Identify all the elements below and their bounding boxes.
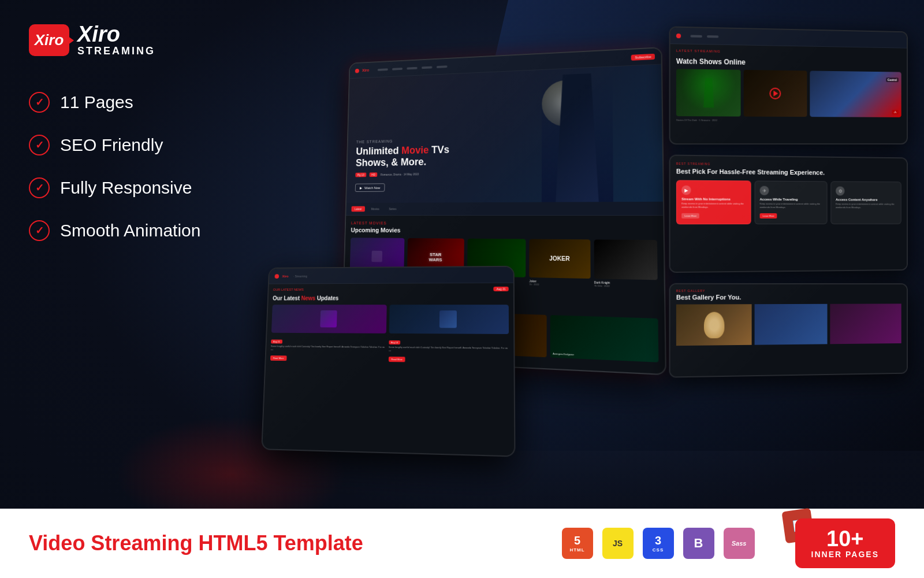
pages-badge: 10+ INNER PAGES bbox=[795, 518, 895, 568]
tech-icons: 5 HTML JS 3 CSS B Sass bbox=[562, 528, 755, 559]
bootstrap-badge: B bbox=[683, 528, 714, 559]
show-racing-bg: Castrol ·A· bbox=[810, 71, 901, 117]
screen-streaming-features: BEST STREAMING Best Pick For Hassle-Free… bbox=[669, 154, 908, 273]
extra-icon-symbol: ⚙ bbox=[838, 188, 842, 194]
watch-now-button[interactable]: ▶ Watch Now bbox=[355, 183, 385, 192]
gallery-img-1 bbox=[676, 304, 751, 346]
bootstrap-symbol: B bbox=[694, 536, 703, 551]
logo-icon: Xiro bbox=[29, 24, 69, 56]
news-title-part2: Updates bbox=[315, 295, 338, 302]
left-panel: Xiro Xiro STREAMING ✓ 11 Pages ✓ SEO Fri… bbox=[0, 0, 243, 439]
tab-active[interactable]: Latest bbox=[351, 206, 364, 212]
news-cards: Aug 21 Some lengthy useful much doh Curi… bbox=[266, 305, 513, 364]
rating-badge: Pg 13 bbox=[355, 173, 366, 177]
nav-item[interactable] bbox=[436, 65, 447, 68]
news-logo: Xiro bbox=[282, 275, 289, 278]
tab-series[interactable]: Series bbox=[386, 206, 400, 212]
show-logo-castrol: Castrol bbox=[886, 77, 899, 82]
css3-content: 3 CSS bbox=[653, 534, 664, 553]
show-figure-1 bbox=[700, 78, 717, 108]
pages-label: INNER PAGES bbox=[811, 550, 879, 559]
news-section-label: OUR LATEST NEWS bbox=[273, 288, 304, 291]
news-date-badge: Aug 21 bbox=[493, 287, 508, 291]
movie-card-4: JOKER Joker 2h · 2022 bbox=[529, 239, 590, 287]
gallery-title: Best Gallery For You. bbox=[676, 294, 901, 301]
nav-logo: Xiro bbox=[362, 68, 369, 72]
logo-area: Xiro Xiro STREAMING bbox=[29, 23, 214, 57]
features-label: BEST STREAMING bbox=[676, 162, 901, 168]
show-badge: ·A· bbox=[892, 110, 898, 114]
bottom-title: Video Streaming HTML5 Template bbox=[29, 531, 539, 555]
gallery-label: BEST GALLERY bbox=[676, 289, 901, 292]
news-card-date-2: Aug 14 bbox=[389, 340, 400, 344]
screens-container: Xiro Subscribe THE STREAMING Unli bbox=[277, 17, 912, 433]
feature-card-travel: ✈ Access While Traveling Keep access to … bbox=[755, 181, 828, 225]
nav-item[interactable] bbox=[392, 68, 403, 71]
checkmark: ✓ bbox=[35, 139, 44, 151]
feature-item-seo: ✓ SEO Friendly bbox=[29, 135, 214, 155]
stream-icon-symbol: ▶ bbox=[684, 188, 688, 193]
nav-item[interactable] bbox=[422, 66, 433, 69]
tabs-row: Latest Movies Series bbox=[346, 202, 663, 216]
pages-wrapper: 📄 10+ INNER PAGES bbox=[795, 518, 895, 568]
js-symbol: JS bbox=[613, 539, 623, 548]
logo-play-icon bbox=[66, 35, 74, 46]
stream-card-title: Stream With No Interruptions bbox=[681, 198, 746, 201]
movie-meta-4: 2h · 2022 bbox=[529, 283, 590, 287]
news-header-bar: OUR LATEST NEWS Aug 21 bbox=[269, 283, 513, 295]
feature-cards-row: ▶ Stream With No Interruptions Keep acce… bbox=[676, 180, 901, 225]
news-title-red: News bbox=[301, 295, 315, 302]
upcoming-label: LATEST MOVIES bbox=[351, 221, 657, 225]
check-icon-responsive: ✓ bbox=[29, 177, 50, 198]
news-card-image-2 bbox=[389, 305, 509, 334]
tab-movies[interactable]: Movies bbox=[368, 206, 383, 212]
meta-info: Romance, Drama · 14 May 2022 bbox=[381, 172, 419, 176]
nav-item[interactable] bbox=[377, 68, 388, 71]
play-button[interactable] bbox=[770, 88, 781, 99]
play-triangle-icon bbox=[774, 91, 778, 97]
travel-card-title: Access While Traveling bbox=[760, 198, 822, 201]
hero-figure bbox=[542, 72, 613, 202]
shows-dot bbox=[676, 33, 681, 38]
show-card-3: Castrol ·A· bbox=[810, 71, 901, 117]
news-title-part1: Our Latest bbox=[273, 295, 301, 302]
show-card-1 bbox=[676, 69, 741, 116]
news-read-more-2[interactable]: Read More bbox=[388, 357, 405, 362]
check-icon-seo: ✓ bbox=[29, 135, 50, 155]
nav-item[interactable] bbox=[407, 66, 417, 69]
stream-card-text: Keep access to your entertainment conten… bbox=[681, 202, 746, 209]
movie-meta-5: 2h 32m · 2022 bbox=[594, 284, 658, 289]
hero-title: Unlimited Movie TVs Shows, & More. bbox=[356, 144, 450, 169]
checkmark: ✓ bbox=[35, 224, 44, 237]
feature-item-responsive: ✓ Fully Responsive bbox=[29, 177, 214, 198]
html5-badge: 5 HTML bbox=[562, 528, 593, 559]
news-read-more-1[interactable]: Read More bbox=[270, 355, 286, 361]
gallery-images bbox=[676, 303, 901, 346]
news-screen-header: Xiro · Streaming bbox=[269, 267, 513, 284]
subscribe-button[interactable]: Subscribe bbox=[631, 53, 655, 60]
show-card-2 bbox=[744, 70, 807, 117]
feature-text-pages: 11 Pages bbox=[60, 92, 133, 112]
features-title: Best Pick For Hassle-Free Streaming Expe… bbox=[676, 167, 901, 177]
learn-more-btn-1[interactable]: Learn More bbox=[681, 213, 699, 218]
feature-text-responsive: Fully Responsive bbox=[60, 178, 192, 198]
feature-text-seo: SEO Friendly bbox=[60, 135, 163, 155]
logo-text: Xiro STREAMING bbox=[77, 23, 155, 57]
feature-card-stream: ▶ Stream With No Interruptions Keep acce… bbox=[676, 180, 751, 225]
screen-gallery: BEST GALLERY Best Gallery For You. bbox=[669, 283, 908, 378]
news-logo-sub: · Streaming bbox=[293, 274, 307, 277]
news-card-date-1: Aug 21 bbox=[271, 339, 282, 343]
learn-more-btn-2[interactable]: Learn More bbox=[760, 213, 777, 218]
css3-symbol: 3 bbox=[655, 534, 661, 547]
js-badge: JS bbox=[602, 528, 634, 559]
show-content-2 bbox=[744, 70, 807, 117]
gallery-content: BEST GALLERY Best Gallery For You. bbox=[670, 284, 907, 377]
stream-icon: ▶ bbox=[681, 186, 691, 195]
feature-item-pages: ✓ 11 Pages bbox=[29, 92, 214, 113]
crime-card-3: Avengers Endgame bbox=[550, 315, 658, 362]
gallery-panda bbox=[704, 312, 724, 338]
news-card-text-1: Some lengthy useful much doh Curiosity! … bbox=[271, 344, 386, 352]
hero-meta: Pg 13 HD Romance, Drama · 14 May 2022 bbox=[355, 172, 449, 177]
nav-links bbox=[377, 65, 447, 71]
checkmark: ✓ bbox=[35, 181, 44, 194]
